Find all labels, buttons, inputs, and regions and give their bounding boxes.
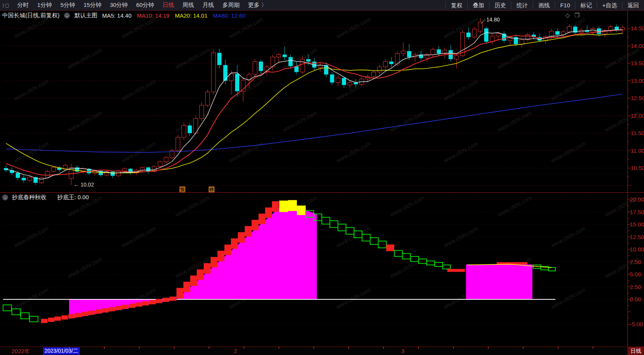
indicator-value: 抄底王: 0.00 (57, 194, 89, 201)
indicator-axis-label: 12.50 (630, 234, 644, 240)
stock-title: 中国长城(日线,前复权) (2, 12, 59, 19)
axis-tick (488, 347, 489, 348)
price-axis-label: 10.50 (631, 165, 644, 171)
axis-tick (418, 347, 419, 348)
period-tab-7[interactable]: 日线 (158, 2, 178, 9)
period-tab-11[interactable]: 更多 〉 (244, 2, 271, 9)
price-annotation: ← 10.02 (74, 182, 94, 188)
watermark-text: www.cfchi.com (174, 109, 211, 133)
period-tab-9[interactable]: 月线 (198, 2, 218, 9)
watermark-text: www.cfchi.com (335, 286, 372, 310)
indicator-axis-label: 5.00 (630, 271, 641, 277)
period-tab-5[interactable]: 30分钟 (105, 2, 132, 9)
indicator-axis-label: 15.00 (630, 221, 644, 228)
toolbar-button-4[interactable]: 统计 (511, 2, 533, 9)
indicator-axis-label: 17.50 (630, 209, 644, 215)
ma-legend: MA5: 14.40MA10: 14.19MA20: 14.01MA60: 12… (102, 12, 245, 19)
axis-tick (313, 347, 314, 348)
axis-tick (593, 347, 593, 348)
toolbar-button-9[interactable]: 返回 (622, 2, 644, 9)
axis-tick (523, 347, 524, 348)
axis-tick (139, 347, 140, 348)
chevron-down-icon[interactable]: ⌄ (64, 13, 70, 18)
axis-tick (209, 347, 209, 348)
watermark-text: www.cfchi.com (227, 140, 264, 164)
watermark-text: www.cfchi.com (550, 286, 586, 310)
indicator-axis-label: 20.00 (630, 196, 644, 203)
axis-tick (278, 347, 279, 348)
axis-tick (104, 347, 105, 348)
watermark-text: www.cfchi.com (66, 256, 103, 279)
selected-date-label[interactable]: 2023/01/03/二 (43, 347, 80, 355)
watermark-text: www.cfchi.com (496, 46, 533, 70)
toolbar-button-1[interactable]: 复权 (445, 2, 467, 9)
period-tab-1[interactable]: 分时 (13, 2, 33, 9)
toolbar-button-2[interactable]: 叠加 (467, 2, 489, 9)
ma-legend-item-4: MA60: 12.60 (213, 12, 245, 19)
watermark-text: www.cfchi.com (13, 286, 49, 310)
period-tab-4[interactable]: 15分钟 (79, 2, 106, 9)
indicator-axis-label: 0.00 (630, 296, 641, 302)
chart-canvas[interactable]: www.cfchi.comwww.cfchi.comwww.cfchi.comw… (0, 0, 644, 355)
price-annotation: 14.80 (486, 17, 500, 23)
chart-legend: 中国长城(日线,前复权) ⌄ 默认主图 MA5: 14.40MA10: 14.1… (2, 12, 245, 19)
watermark-text: www.cfchi.com (120, 16, 157, 40)
price-axis-label: 14.50 (631, 25, 644, 31)
month-label: 2 (234, 348, 237, 354)
toolbar-button-7[interactable]: 标记 (575, 2, 597, 9)
watermark-text: www.cfchi.com (550, 140, 586, 164)
watermark-text: www.cfchi.com (389, 109, 425, 133)
period-tab-10[interactable]: 多周期 (218, 2, 244, 9)
ma-legend-item-2: MA10: 14.19 (137, 12, 170, 19)
status-divider (628, 347, 628, 355)
layout-label: 默认主图 (74, 12, 97, 19)
watermark-text: www.cfchi.com (227, 16, 264, 40)
app-window: www.cfchi.comwww.cfchi.comwww.cfchi.comw… (0, 0, 644, 355)
period-indicator: 日线 (628, 347, 644, 355)
period-tab-3[interactable]: 5分钟 (56, 2, 79, 9)
split-view-icon[interactable]: ❐ (575, 12, 580, 19)
panel-toggle-icon[interactable]: ⟩▢ (0, 3, 13, 8)
axis-tick (244, 347, 244, 348)
indicator-axis-label: -5.00 (630, 321, 643, 327)
watermark-text: www.cfchi.com (335, 140, 372, 164)
axis-tick (383, 347, 384, 348)
watermark-text: www.cfchi.com (174, 194, 211, 218)
watermark-text: www.cfchi.com (389, 194, 425, 218)
toolbar-button-5[interactable]: 画线 (533, 2, 555, 9)
axis-tick (453, 347, 454, 348)
axis-tick (348, 347, 349, 348)
watermark-text: www.cfchi.com (13, 16, 49, 40)
indicator-axis-label: 7.50 (630, 259, 641, 265)
indicator-header: ⌄ 抄底春种秋收 抄底王: 0.00 (2, 194, 89, 201)
watermark-text: www.cfchi.com (496, 109, 533, 133)
axis-tick (558, 347, 558, 348)
toolbar-button-8[interactable]: +自选 (597, 2, 622, 9)
period-tab-6[interactable]: 60分钟 (132, 2, 158, 9)
chevron-down-icon[interactable]: ⌄ (2, 195, 8, 200)
watermark-text: www.cfchi.com (496, 194, 533, 218)
watermark-text: www.cfchi.com (66, 46, 103, 70)
toolbar-button-6[interactable]: F10 (555, 2, 575, 9)
event-badge[interactable]: 榜 (209, 187, 214, 192)
price-axis-label: 11.00 (631, 147, 644, 154)
period-tab-8[interactable]: 周线 (178, 2, 198, 9)
toolbar-right-buttons: 复权叠加历史统计画线F10标记+自选返回 (445, 0, 644, 10)
chart-corner-icons: ◇ ❐ (565, 12, 580, 19)
price-axis-label: 12.50 (631, 95, 644, 101)
period-tab-2[interactable]: 1分钟 (33, 2, 56, 9)
event-badge[interactable]: 预 (180, 187, 185, 192)
indicator-axis-label: 2.50 (630, 284, 641, 290)
axis-tick (69, 347, 70, 348)
ma-legend-item-3: MA20: 14.01 (175, 12, 208, 19)
price-axis-label: 13.50 (631, 60, 644, 66)
watermark-text: www.cfchi.com (66, 109, 103, 133)
price-axis-label: 12.00 (631, 112, 644, 119)
watermark-text: www.cfchi.com (281, 109, 318, 133)
price-axis-label: 13.00 (631, 78, 644, 84)
indicator-name[interactable]: 抄底春种秋收 (12, 194, 46, 201)
toolbar-button-3[interactable]: 历史 (489, 2, 511, 9)
diamond-icon[interactable]: ◇ (565, 12, 570, 19)
period-tabs: 分时1分钟5分钟15分钟30分钟60分钟日线周线月线多周期更多 〉 (13, 2, 271, 9)
indicator-axis-label: 10.00 (630, 246, 644, 253)
